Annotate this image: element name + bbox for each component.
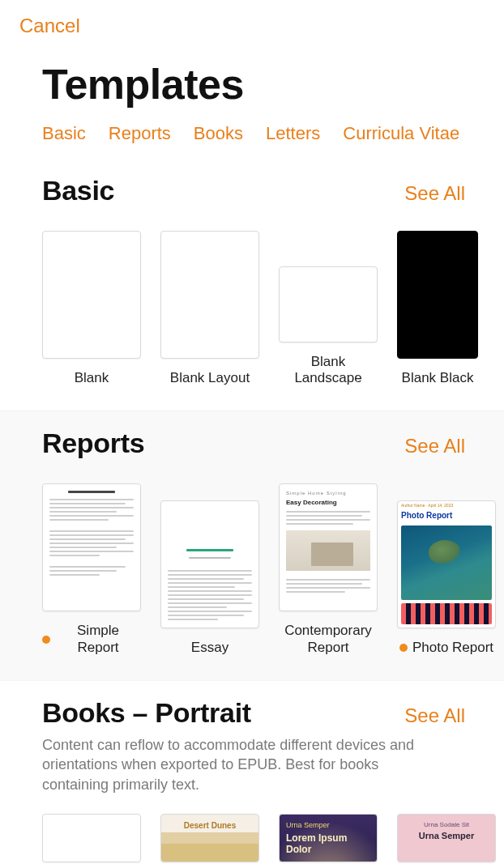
section-reports: Reports See All Simple Repor [0,411,504,680]
template-thumbnail: Desert Dunes [160,814,259,862]
section-basic: Basic See All Blank Blank Layout Blank L… [0,159,504,411]
template-thumbnail: Author Name · April 14, 2023 Photo Repor… [397,500,496,628]
see-all-basic[interactable]: See All [404,182,465,205]
reports-templates-row[interactable]: Simple Report Essay [0,464,504,670]
accent-dot-icon [399,644,408,652]
template-thumbnail [160,500,259,628]
template-chooser: Cancel Templates Basic Reports Books Let… [0,0,504,868]
tab-cv[interactable]: Curricula Vitae [343,123,459,144]
section-title: Basic [42,175,114,206]
template-thumbnail: Urna Sodale Sit Urna Semper [397,814,496,862]
template-blank-landscape[interactable]: Blank Landscape [279,266,378,387]
template-thumbnail: Urna Semper Lorem Ipsum Dolor [279,814,378,862]
tab-basic[interactable]: Basic [42,123,86,144]
thumb-title: Photo Report [401,511,452,520]
template-blank[interactable]: Blank [42,231,141,386]
thumb-overline: Simple Home Styling [286,491,370,496]
thumb-secondary-photo [401,603,492,624]
tab-reports[interactable]: Reports [109,123,171,144]
tab-books[interactable]: Books [194,123,243,144]
section-header: Basic See All [0,159,504,211]
template-blank-layout[interactable]: Blank Layout [160,231,259,386]
section-books-portrait: Books – Portrait See All Content can ref… [0,680,504,868]
template-label: Blank [75,370,109,386]
thumb-byline: Author Name · April 14, 2023 [401,503,453,508]
category-tabs: Basic Reports Books Letters Curricula Vi… [0,117,504,159]
template-essay[interactable]: Essay [160,500,259,656]
template-book-blank[interactable] [42,814,141,862]
template-thumbnail [42,483,141,611]
template-simple-report[interactable]: Simple Report [42,483,141,656]
thumb-author: Urna Semper [286,821,370,829]
thumb-heading: Easy Decorating [286,499,370,506]
template-label: Photo Report [412,640,493,656]
section-header: Reports See All [0,411,504,464]
template-label: Blank Black [402,370,474,386]
template-label: Contemporary Report [279,623,378,656]
template-thumbnail: Simple Home Styling Easy Decorating [279,483,378,611]
nav-bar: Cancel [0,0,504,42]
template-blank-black[interactable]: Blank Black [397,231,478,386]
thumb-overline: Urna Sodale Sit [398,821,495,828]
template-label: Simple Report [55,623,141,656]
thumb-title: Desert Dunes [161,821,258,830]
see-all-reports[interactable]: See All [404,435,465,457]
section-description: Content can reflow to accommodate differ… [0,734,462,802]
accent-dot-icon [42,636,50,644]
section-title: Reports [42,428,144,459]
template-contemporary-report[interactable]: Simple Home Styling Easy Decorating Cont… [279,483,378,656]
template-label: Blank Layout [170,370,250,386]
page-title: Templates [0,42,504,117]
thumb-image-placeholder [286,530,370,571]
basic-templates-row[interactable]: Blank Blank Layout Blank Landscape Blank… [0,211,504,401]
template-book-pink[interactable]: Urna Sodale Sit Urna Semper [397,814,496,862]
template-thumbnail [42,814,141,862]
template-book-purple[interactable]: Urna Semper Lorem Ipsum Dolor [279,814,378,862]
template-label: Blank Landscape [279,354,378,387]
section-title: Books – Portrait [42,697,251,729]
books-templates-row[interactable]: Desert Dunes Urna Semper Lorem Ipsum Dol… [0,802,504,868]
section-header: Books – Portrait See All [0,681,504,734]
thumb-main-photo [401,525,492,600]
tab-letters[interactable]: Letters [266,123,320,144]
template-thumbnail [160,231,259,359]
thumb-title: Lorem Ipsum Dolor [286,832,370,855]
template-thumbnail [397,231,478,359]
template-book-desert-dunes[interactable]: Desert Dunes [160,814,259,862]
template-thumbnail [279,266,378,343]
template-label: Essay [191,640,229,656]
cancel-button[interactable]: Cancel [19,15,80,36]
thumb-title: Urna Semper [398,831,495,840]
template-photo-report[interactable]: Author Name · April 14, 2023 Photo Repor… [397,500,496,656]
template-thumbnail [42,231,141,359]
see-all-books[interactable]: See All [404,704,465,727]
